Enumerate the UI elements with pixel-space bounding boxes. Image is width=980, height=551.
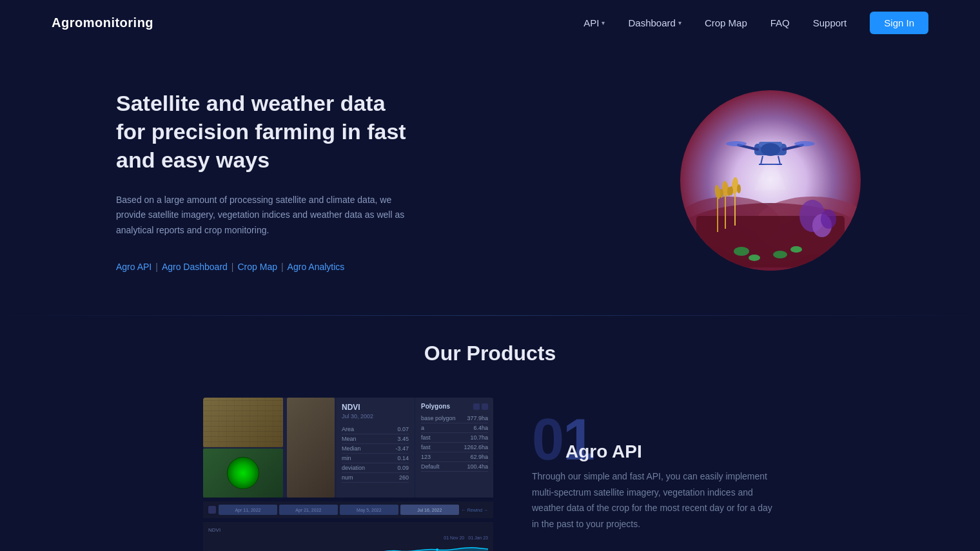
- product-screenshot: + − NDVI Jul 30, 2002 Area0.07 Mean3.45 …: [203, 398, 493, 551]
- svg-point-39: [436, 548, 438, 551]
- site-logo: Agromonitoring: [52, 15, 153, 30]
- panel-date: Jul 30, 2002: [342, 413, 409, 420]
- panel-row: Median-3.47: [342, 444, 409, 454]
- svg-point-22: [821, 209, 836, 229]
- panel-ndvi-label: NDVI: [342, 403, 409, 412]
- separator: |: [231, 262, 234, 272]
- panel-row: min0.14: [342, 454, 409, 463]
- product-description: Through our simple and fast API, you can…: [532, 469, 777, 532]
- chart-dates: 01 Nov 20 01 Jan 23: [208, 536, 488, 540]
- nav-support[interactable]: Support: [813, 17, 847, 28]
- polygon-row: fast10.7ha: [421, 433, 488, 443]
- ndvi-chart: [208, 541, 488, 551]
- nav-links: API ▾ Dashboard ▾ Crop Map FAQ Support S…: [583, 12, 928, 34]
- hero-description: Based on a large amount of processing sa…: [116, 193, 413, 238]
- svg-point-29: [794, 141, 815, 146]
- polygon-row: 12362.9ha: [421, 452, 488, 462]
- hero-link-crop-map[interactable]: Crop Map: [238, 262, 277, 272]
- nav-api[interactable]: API ▾: [583, 17, 605, 28]
- polygon-row: a6.4ha: [421, 423, 488, 433]
- panel-row: Area0.07: [342, 425, 409, 434]
- svg-point-9: [790, 246, 802, 253]
- screenshot-dashboard: + − NDVI Jul 30, 2002 Area0.07 Mean3.45 …: [203, 398, 493, 498]
- separator: |: [155, 262, 158, 272]
- hero-link-agro-analytics[interactable]: Agro Analytics: [288, 262, 345, 272]
- svg-point-6: [734, 247, 749, 256]
- svg-point-16: [729, 186, 733, 195]
- chevron-down-icon: ▾: [602, 19, 605, 26]
- products-title: Our Products: [52, 342, 928, 365]
- hero-illustration: [677, 87, 864, 274]
- hero-illustration-svg: [677, 87, 864, 274]
- panel-row: Mean3.45: [342, 434, 409, 444]
- svg-point-28: [726, 141, 747, 146]
- products-grid: + − NDVI Jul 30, 2002 Area0.07 Mean3.45 …: [52, 398, 928, 551]
- calendar-icon: [208, 506, 216, 514]
- products-section: Our Products: [0, 316, 980, 551]
- product-name: Agro API: [565, 441, 642, 462]
- svg-point-17: [737, 184, 741, 193]
- svg-point-7: [749, 255, 760, 261]
- ndvi-panel: NDVI Jul 30, 2002 Area0.07 Mean3.45 Medi…: [337, 398, 414, 498]
- map-area: + −: [203, 398, 335, 498]
- signin-button[interactable]: Sign In: [870, 12, 928, 34]
- polygons-label: Polygons: [421, 403, 450, 410]
- product-number-wrapper: 01 Agro API: [532, 411, 777, 462]
- svg-point-25: [761, 143, 780, 156]
- panel-row: deviation0.09: [342, 463, 409, 473]
- timeline-bar: Apr 11, 2022 Apr 21, 2022 May 5, 2022 Ju…: [203, 501, 493, 518]
- nav-crop-map[interactable]: Crop Map: [705, 17, 747, 28]
- polygon-row: Default100.4ha: [421, 462, 488, 472]
- nav-faq[interactable]: FAQ: [770, 17, 790, 28]
- chevron-down-icon: ▾: [678, 19, 681, 26]
- hero-link-agro-api[interactable]: Agro API: [116, 262, 152, 272]
- chart-panel: NDVI 01 Nov 20 01 Jan 23: [203, 522, 493, 551]
- separator: |: [281, 262, 284, 272]
- polygons-panel: Polygons base polygon377.9ha a6.4ha fast…: [416, 398, 493, 498]
- timeline-action: ← Rewind →: [462, 508, 488, 512]
- hero-section: Satellite and weather data for precision…: [0, 45, 980, 316]
- panel-row: num260: [342, 473, 409, 483]
- chart-title: NDVI: [208, 527, 488, 533]
- polygon-row: fast1262.6ha: [421, 443, 488, 452]
- hero-title: Satellite and weather data for precision…: [116, 89, 413, 175]
- svg-point-8: [773, 251, 787, 258]
- hero-link-agro-dashboard[interactable]: Agro Dashboard: [162, 262, 228, 272]
- navbar: Agromonitoring API ▾ Dashboard ▾ Crop Ma…: [0, 0, 980, 45]
- polygon-row: base polygon377.9ha: [421, 414, 488, 423]
- hero-links: Agro API | Agro Dashboard | Crop Map | A…: [116, 262, 413, 272]
- nav-dashboard[interactable]: Dashboard ▾: [628, 17, 681, 28]
- timeline-items: Apr 11, 2022 Apr 21, 2022 May 5, 2022 Ju…: [219, 505, 459, 515]
- hero-divider: [0, 315, 980, 316]
- product-info: 01 Agro API Through our simple and fast …: [532, 398, 777, 532]
- hero-left: Satellite and weather data for precision…: [116, 89, 413, 272]
